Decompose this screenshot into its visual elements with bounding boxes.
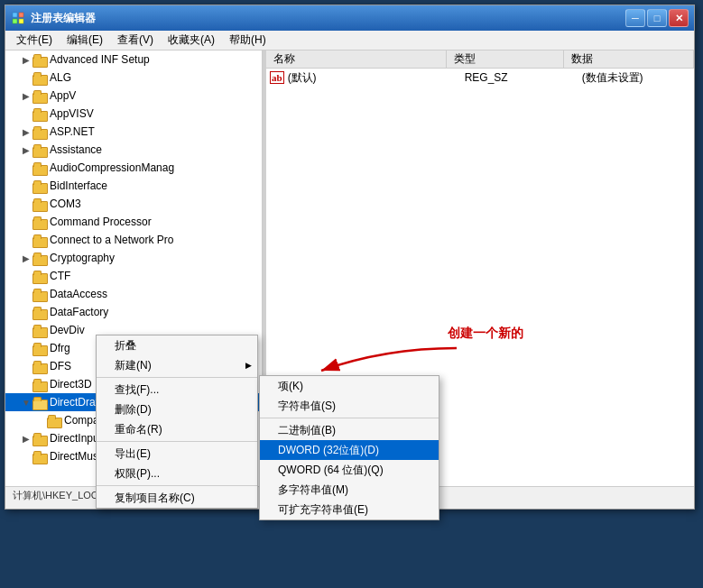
tree-item-label: DirectInpu [50,432,99,445]
submenu-item[interactable]: 二进制值(B) [260,420,439,440]
folder-icon [32,89,47,102]
svg-rect-1 [19,13,23,17]
tree-item[interactable]: ▶AppV [5,87,262,105]
tree-expand-icon[interactable]: ▶ [20,91,32,101]
row-icon: ab [270,71,284,84]
col-header-data[interactable]: 数据 [564,51,694,68]
menu-item-帮助(H)[interactable]: 帮助(H) [222,31,273,50]
svg-rect-0 [13,13,17,17]
window-title: 注册表编辑器 [31,11,625,26]
ctx-item-export[interactable]: 导出(E) [97,444,257,464]
tree-item-label: DirectMus [50,450,98,463]
folder-icon [32,125,47,138]
tree-item[interactable]: ▶Assistance [5,141,262,159]
tree-item-label: AppVISV [50,107,94,120]
row-name: (默认) [284,70,461,86]
tree-item[interactable]: ▶ASP.NET [5,123,262,141]
folder-icon [32,378,47,390]
submenu-separator [260,418,439,418]
tree-item-label: Dfrg [50,342,70,354]
ctx-item-permissions[interactable]: 权限(P)... [97,464,257,483]
folder-icon [32,342,47,354]
tree-item-label: Advanced INF Setup [50,53,150,66]
tree-expand-icon[interactable]: ▶ [20,55,32,65]
tree-item[interactable]: ▶Cryptography [5,249,262,267]
menu-item-查看(V)[interactable]: 查看(V) [110,31,161,50]
context-menu: 折叠新建(N)项(K)字符串值(S)二进制值(B)DWORD (32位值)(D)… [96,335,258,509]
tree-expand-icon[interactable]: ▶ [20,434,32,444]
tree-item[interactable]: Connect to a Network Pro [5,231,262,249]
tree-item[interactable]: AppVISV [5,105,262,123]
tree-item-label: ASP.NET [50,125,95,138]
menu-item-收藏夹(A)[interactable]: 收藏夹(A) [161,31,222,50]
row-data: (数值未设置) [578,70,690,86]
folder-icon [32,306,47,318]
tree-item[interactable]: CTF [5,267,262,285]
submenu: 项(K)字符串值(S)二进制值(B)DWORD (32位值)(D)QWORD (… [259,375,439,520]
svg-rect-2 [13,19,17,23]
tree-item-label: Direct3D [50,378,92,390]
ctx-item-rename[interactable]: 重命名(R) [97,419,257,439]
col-header-name[interactable]: 名称 [266,51,447,68]
menu-item-编辑(E)[interactable]: 编辑(E) [60,31,110,50]
folder-icon [47,414,61,427]
ctx-item-copy-name[interactable]: 复制项目名称(C) [97,488,257,508]
tree-expand-icon[interactable]: ▶ [20,145,32,155]
folder-icon [32,143,47,156]
tree-item[interactable]: ALG [5,69,262,87]
tree-item-label: BidInterface [50,179,107,192]
tree-item-label: DevDiv [50,324,85,336]
col-header-type[interactable]: 类型 [447,51,564,68]
title-buttons: ─ □ ✕ [625,9,689,27]
registry-editor-window: 注册表编辑器 ─ □ ✕ 文件(E)编辑(E)查看(V)收藏夹(A)帮助(H) … [5,5,695,510]
tree-item[interactable]: DataFactory [5,303,262,321]
maximize-button[interactable]: □ [647,9,667,27]
tree-expand-icon[interactable]: ▶ [20,253,32,263]
menu-item-文件(E)[interactable]: 文件(E) [9,31,60,50]
annotation-arrow [303,339,466,384]
tree-item[interactable]: Command Processor [5,213,262,231]
tree-item-label: AudioCompressionManag [50,161,174,174]
folder-icon [32,234,47,246]
folder-icon [32,288,47,300]
folder-icon [32,432,47,445]
ctx-item-new[interactable]: 新建(N)项(K)字符串值(S)二进制值(B)DWORD (32位值)(D)QW… [97,355,257,375]
tree-item-label: Compa [64,414,99,427]
ctx-separator-2 [97,441,257,442]
folder-icon [32,270,47,282]
submenu-item[interactable]: 可扩充字符串值(E) [260,500,439,519]
folder-icon [32,396,47,409]
minimize-button[interactable]: ─ [625,9,645,27]
folder-icon [32,198,47,210]
submenu-item[interactable]: QWORD (64 位值)(Q) [260,460,439,480]
svg-rect-3 [19,19,23,23]
tree-item-label: DataFactory [50,306,108,318]
tree-item-label: COM3 [50,198,81,210]
folder-icon [32,71,47,84]
tree-item-label: Connect to a Network Pro [50,234,173,246]
tree-item-label: ALG [50,71,71,84]
submenu-item[interactable]: 字符串值(S) [260,396,439,416]
tree-expand-icon[interactable]: ▼ [20,398,32,408]
tree-item-label: AppV [50,89,76,102]
tree-expand-icon[interactable]: ▶ [20,127,32,137]
folder-icon [32,450,47,463]
ctx-item-collapse[interactable]: 折叠 [97,335,257,355]
close-button[interactable]: ✕ [669,9,689,27]
tree-item[interactable]: BidInterface [5,177,262,195]
ctx-item-find[interactable]: 查找(F)... [97,380,257,400]
tree-item[interactable]: COM3 [5,195,262,213]
submenu-item[interactable]: 多字符串值(M) [260,480,439,500]
folder-icon [32,107,47,120]
ctx-item-delete[interactable]: 删除(D) [97,400,257,419]
folder-icon [32,252,47,264]
ctx-separator [97,377,257,378]
app-icon [11,11,25,25]
ab-icon: ab [270,71,284,84]
tree-item[interactable]: AudioCompressionManag [5,159,262,177]
list-row[interactable]: ab(默认)REG_SZ(数值未设置) [266,69,694,87]
tree-item[interactable]: ▶Advanced INF Setup [5,51,262,69]
tree-item[interactable]: DataAccess [5,285,262,303]
title-bar: 注册表编辑器 ─ □ ✕ [5,5,694,31]
submenu-item[interactable]: DWORD (32位值)(D) [260,440,439,460]
